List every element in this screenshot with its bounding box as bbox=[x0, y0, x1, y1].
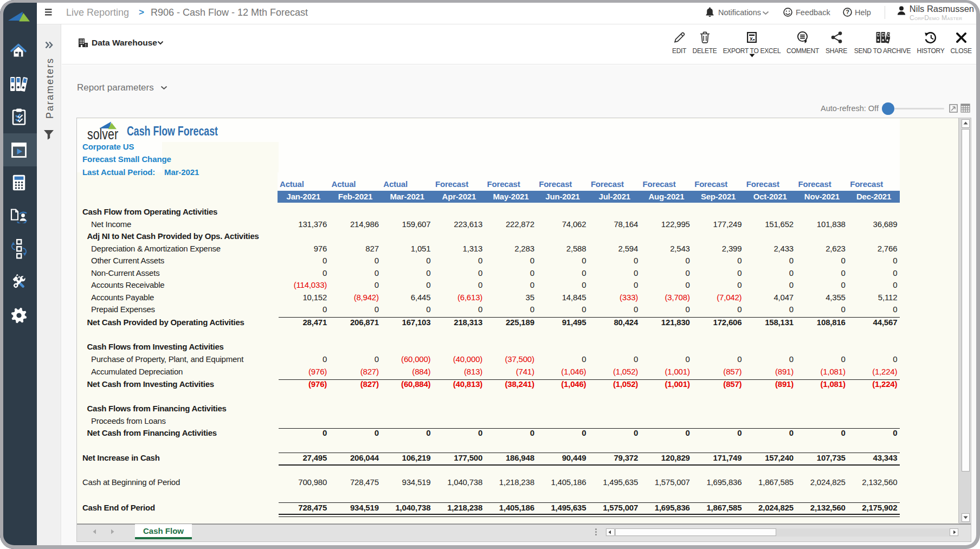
svg-text:x: x bbox=[750, 35, 753, 42]
svg-text:Cash Flow Forecast: Cash Flow Forecast bbox=[127, 124, 218, 138]
svg-text:?: ? bbox=[846, 9, 849, 15]
svg-text:solver: solver bbox=[87, 126, 118, 141]
